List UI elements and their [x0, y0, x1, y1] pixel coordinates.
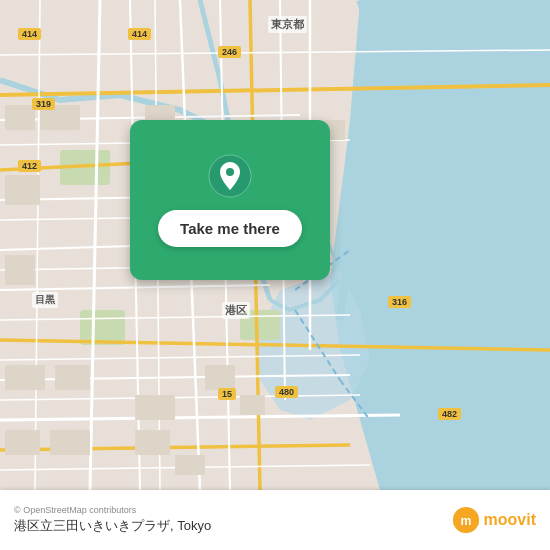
svg-rect-38	[5, 175, 40, 205]
road-label-316: 316	[388, 296, 411, 308]
road-label-15: 15	[218, 388, 236, 400]
location-name: 港区立三田いきいきプラザ, Tokyo	[14, 517, 211, 535]
svg-rect-52	[50, 430, 90, 455]
svg-rect-48	[135, 395, 175, 420]
svg-rect-53	[135, 430, 170, 455]
area-label-minato: 港区	[222, 302, 250, 319]
moovit-brand-text: moovit	[484, 511, 536, 529]
svg-rect-4	[80, 310, 125, 345]
road-label-414a: 414	[18, 28, 41, 40]
take-me-there-button[interactable]: Take me there	[158, 210, 302, 247]
copyright-text: © OpenStreetMap contributors	[14, 505, 211, 515]
map-container: 414 414 319 246 412 316 15 480 482 東京都 港…	[0, 0, 550, 550]
svg-rect-39	[5, 255, 35, 285]
bottom-bar: © OpenStreetMap contributors 港区立三田いきいきプラ…	[0, 490, 550, 550]
svg-rect-46	[5, 365, 45, 390]
svg-rect-36	[5, 105, 35, 130]
svg-rect-47	[55, 365, 90, 390]
area-label-meguro: 目黒	[32, 292, 58, 308]
svg-text:m: m	[460, 514, 471, 528]
svg-rect-49	[205, 365, 235, 390]
road-label-480: 480	[275, 386, 298, 398]
road-label-412: 412	[18, 160, 41, 172]
moovit-icon: m	[452, 506, 480, 534]
svg-rect-50	[240, 395, 265, 415]
cta-overlay: Take me there	[130, 120, 330, 280]
area-label-tokyo: 東京都	[268, 16, 307, 33]
road-label-246: 246	[218, 46, 241, 58]
road-label-414b: 414	[128, 28, 151, 40]
svg-point-56	[226, 168, 234, 176]
location-pin-icon	[208, 154, 252, 198]
svg-rect-51	[5, 430, 40, 455]
moovit-logo: m moovit	[452, 506, 536, 534]
svg-rect-54	[175, 455, 205, 475]
road-label-319: 319	[32, 98, 55, 110]
road-label-482: 482	[438, 408, 461, 420]
location-info: © OpenStreetMap contributors 港区立三田いきいきプラ…	[14, 505, 211, 535]
